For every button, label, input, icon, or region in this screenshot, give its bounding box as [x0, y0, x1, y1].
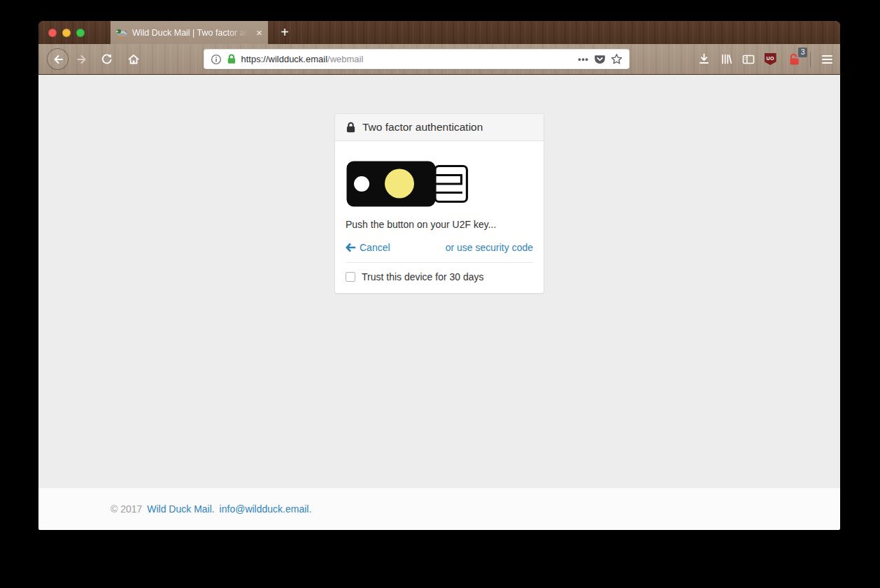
desktop-background: { "window": { "tab": { "title": "Wild Du…	[0, 0, 880, 588]
url-host: https://wildduck.email	[241, 54, 328, 64]
forward-button[interactable]	[73, 51, 90, 68]
downloads-icon[interactable]	[697, 51, 712, 68]
tab-close-icon[interactable]: ×	[256, 27, 262, 38]
ublock-origin-icon[interactable]: UO	[762, 51, 778, 68]
page-footer: © 2017 Wild Duck Mail. info@wildduck.ema…	[38, 488, 840, 530]
u2f-key-illustration	[346, 160, 533, 212]
page-actions-icon[interactable]: •••	[578, 55, 589, 64]
url-bar[interactable]: https://wildduck.email/webmail •••	[204, 49, 630, 69]
zoom-window-button[interactable]	[76, 29, 85, 37]
two-factor-panel: Two factor authentication	[334, 113, 544, 294]
tab-bar: Wild Duck Mail | Two factor auth × +	[38, 21, 840, 44]
pocket-icon[interactable]	[594, 54, 606, 65]
url-text[interactable]: https://wildduck.email/webmail	[241, 54, 574, 64]
new-tab-button[interactable]: +	[274, 21, 296, 44]
tab-title: Wild Duck Mail | Two factor auth	[132, 28, 251, 38]
close-window-button[interactable]	[48, 29, 57, 37]
window-controls	[48, 21, 85, 44]
ublock-shield: UO	[765, 53, 776, 65]
copyright-text: © 2017	[111, 503, 142, 515]
minimize-window-button[interactable]	[62, 29, 71, 37]
https-lock-icon[interactable]	[227, 54, 236, 64]
trust-device-row: Trust this device for 30 days	[346, 271, 533, 282]
password-extension-icon[interactable]: 3	[787, 51, 802, 68]
extension-badge: 3	[798, 48, 808, 57]
cancel-arrow-icon	[346, 243, 356, 252]
status-text: Push the button on your U2F key...	[346, 219, 533, 230]
contact-email-link[interactable]: info@wildduck.email.	[220, 503, 312, 515]
home-button[interactable]	[125, 51, 142, 68]
navigation-toolbar: https://wildduck.email/webmail •••	[38, 44, 840, 75]
trust-checkbox[interactable]	[346, 272, 355, 282]
site-info-icon[interactable]	[211, 54, 222, 65]
back-button[interactable]	[47, 48, 69, 70]
action-links: Cancel or use security code	[346, 242, 533, 253]
panel-title: Two factor authentication	[362, 121, 483, 134]
footer-text: © 2017 Wild Duck Mail. info@wildduck.ema…	[100, 503, 779, 515]
browser-tab[interactable]: Wild Duck Mail | Two factor auth ×	[111, 21, 268, 44]
panel-lock-icon	[346, 122, 356, 133]
ublock-label: UO	[766, 53, 774, 64]
trust-checkbox-label: Trust this device for 30 days	[362, 271, 484, 282]
page-content: Two factor authentication	[38, 75, 840, 488]
panel-divider	[346, 262, 533, 263]
duck-favicon-icon	[116, 27, 127, 38]
bookmark-star-icon[interactable]	[611, 53, 623, 65]
library-icon[interactable]	[718, 51, 734, 68]
reload-button[interactable]	[99, 51, 115, 68]
sidebar-toggle-icon[interactable]	[741, 51, 756, 68]
cancel-link[interactable]: Cancel	[346, 242, 390, 253]
menu-icon[interactable]	[819, 55, 835, 64]
cancel-label: Cancel	[360, 242, 390, 253]
url-path: /webmail	[327, 54, 363, 64]
security-code-link[interactable]: or use security code	[446, 242, 533, 253]
toolbar-divider	[810, 52, 811, 67]
panel-heading: Two factor authentication	[335, 114, 544, 141]
brand-link[interactable]: Wild Duck Mail.	[147, 503, 214, 515]
browser-window: Wild Duck Mail | Two factor auth × +	[38, 21, 840, 530]
panel-body: Push the button on your U2F key... Cance…	[335, 141, 544, 293]
